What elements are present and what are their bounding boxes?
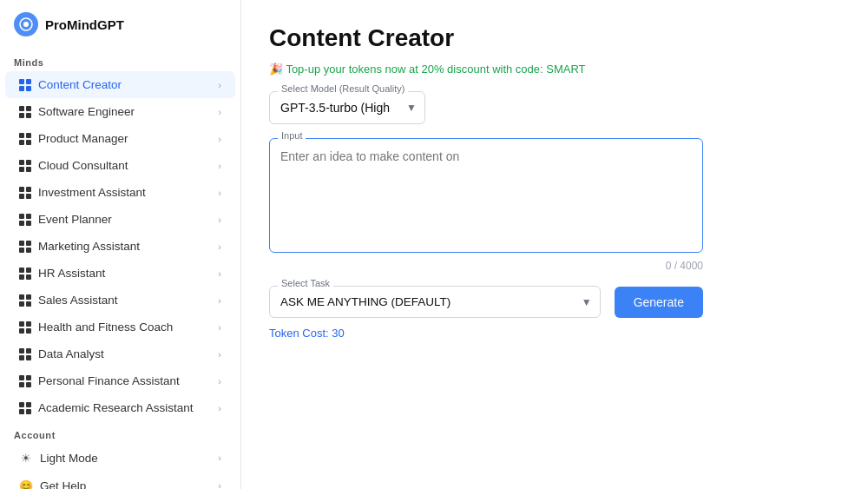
model-select-container: GPT-3.5-turbo (High but Fast)GPT-4 (High… — [269, 91, 425, 124]
chevron-icon-health-fitness-coach: › — [218, 322, 221, 333]
nav-item-left-content-creator: Content Creator — [19, 78, 122, 91]
token-cost: Token Cost: 30 — [269, 327, 840, 340]
chevron-icon-academic-research-assistant: › — [218, 403, 221, 413]
grid-icon-event-planner — [19, 214, 31, 226]
sidebar-item-sales-assistant[interactable]: Sales Assistant› — [5, 287, 235, 314]
nav-item-left-software-engineer: Software Engineer — [19, 105, 135, 118]
grid-icon-content-creator — [19, 79, 31, 91]
sidebar-item-product-manager[interactable]: Product Manager› — [5, 125, 235, 152]
chevron-icon-sales-assistant: › — [218, 295, 221, 306]
logo-icon — [14, 12, 38, 36]
chevron-icon-investment-assistant: › — [218, 188, 221, 198]
sidebar-item-label-data-analyst: Data Analyst — [38, 347, 104, 360]
chevron-icon-account-light-mode: › — [218, 453, 221, 463]
sidebar: ProMindGPT Minds Content Creator›Softwar… — [0, 0, 241, 489]
sidebar-item-label-investment-assistant: Investment Assistant — [38, 186, 146, 199]
account-item-label-light-mode: Light Mode — [40, 452, 98, 465]
chevron-icon-software-engineer: › — [218, 107, 221, 117]
chevron-icon-hr-assistant: › — [218, 268, 221, 279]
grid-icon-sales-assistant — [19, 294, 31, 307]
sidebar-item-marketing-assistant[interactable]: Marketing Assistant› — [5, 233, 235, 260]
sidebar-item-label-software-engineer: Software Engineer — [38, 105, 135, 118]
sidebar-item-label-sales-assistant: Sales Assistant — [38, 294, 118, 307]
grid-icon-hr-assistant — [19, 268, 31, 280]
model-select-wrapper: Select Model (Result Quality) GPT-3.5-tu… — [269, 91, 425, 124]
sidebar-item-health-fitness-coach[interactable]: Health and Fitness Coach› — [5, 314, 235, 340]
logo-text: ProMindGPT — [45, 17, 124, 32]
sidebar-item-label-cloud-consultant: Cloud Consultant — [38, 159, 128, 172]
sidebar-item-label-content-creator: Content Creator — [38, 78, 122, 91]
chevron-icon-cloud-consultant: › — [218, 161, 221, 171]
chevron-icon-account-get-help: › — [218, 480, 221, 489]
account-item-light-mode[interactable]: ☀Light Mode› — [5, 444, 235, 472]
input-group: Input 0 / 4000 — [269, 138, 840, 272]
sidebar-item-label-event-planner: Event Planner — [38, 213, 112, 226]
chevron-icon-product-manager: › — [218, 134, 221, 144]
account-item-label-get-help: Get Help — [40, 479, 86, 490]
nav-item-left-marketing-assistant: Marketing Assistant — [19, 240, 140, 253]
model-select-group: Select Model (Result Quality) GPT-3.5-tu… — [269, 91, 840, 124]
promo-text: Top-up your tokens now at 20% discount w… — [286, 63, 585, 76]
chevron-icon-event-planner: › — [218, 215, 221, 225]
minds-section-label: Minds — [0, 49, 240, 71]
grid-icon-cloud-consultant — [19, 160, 31, 172]
nav-item-left-health-fitness-coach: Health and Fitness Coach — [19, 320, 173, 334]
page-title: Content Creator — [269, 24, 840, 52]
content-input[interactable] — [269, 138, 703, 253]
grid-icon-health-fitness-coach — [19, 321, 31, 334]
sidebar-item-label-product-manager: Product Manager — [38, 132, 128, 145]
account-section: Account ☀Light Mode›😊Get Help›👤Signup / … — [0, 421, 240, 489]
sidebar-item-data-analyst[interactable]: Data Analyst› — [5, 340, 235, 367]
main-content: Content Creator 🎉 Top-up your tokens now… — [241, 0, 868, 489]
grid-icon-academic-research-assistant — [19, 402, 31, 414]
nav-item-left-data-analyst: Data Analyst — [19, 347, 104, 360]
account-section-label: Account — [0, 421, 240, 444]
task-select-wrapper: Select Task ASK ME ANYTHING (DEFAULT)Blo… — [269, 286, 601, 318]
promo-emoji: 🎉 — [269, 63, 283, 76]
sidebar-item-hr-assistant[interactable]: HR Assistant› — [5, 260, 235, 287]
sidebar-item-cloud-consultant[interactable]: Cloud Consultant› — [5, 152, 235, 179]
chevron-icon-data-analyst: › — [218, 349, 221, 360]
grid-icon-investment-assistant — [19, 187, 31, 199]
model-label: Select Model (Result Quality) — [278, 83, 408, 94]
sidebar-item-label-marketing-assistant: Marketing Assistant — [38, 240, 140, 253]
sidebar-item-investment-assistant[interactable]: Investment Assistant› — [5, 179, 235, 206]
sidebar-item-academic-research-assistant[interactable]: Academic Research Assistant› — [5, 394, 235, 421]
grid-icon-data-analyst — [19, 348, 31, 360]
grid-icon-software-engineer — [19, 106, 31, 118]
sidebar-item-label-hr-assistant: HR Assistant — [38, 267, 105, 280]
grid-icon-personal-finance-assistant — [19, 375, 31, 387]
task-generate-row: Select Task ASK ME ANYTHING (DEFAULT)Blo… — [269, 286, 703, 318]
sidebar-item-software-engineer[interactable]: Software Engineer› — [5, 98, 235, 125]
nav-items: Content Creator›Software Engineer›Produc… — [0, 71, 240, 421]
input-label: Input — [278, 130, 306, 141]
sidebar-item-event-planner[interactable]: Event Planner› — [5, 206, 235, 233]
sidebar-item-label-academic-research-assistant: Academic Research Assistant — [38, 401, 194, 414]
grid-icon-marketing-assistant — [19, 241, 31, 253]
nav-item-left-event-planner: Event Planner — [19, 213, 112, 226]
nav-item-left-sales-assistant: Sales Assistant — [19, 294, 118, 307]
input-textarea-wrapper: Input — [269, 138, 840, 256]
nav-item-left-personal-finance-assistant: Personal Finance Assistant — [19, 374, 180, 387]
svg-point-1 — [23, 22, 29, 27]
account-items: ☀Light Mode›😊Get Help›👤Signup / Login› — [0, 444, 240, 489]
logo-area: ProMindGPT — [0, 0, 240, 49]
sidebar-item-content-creator[interactable]: Content Creator› — [5, 71, 235, 98]
model-select[interactable]: GPT-3.5-turbo (High but Fast)GPT-4 (High… — [269, 91, 425, 124]
task-select[interactable]: ASK ME ANYTHING (DEFAULT)Blog PostSocial… — [269, 286, 601, 318]
sidebar-item-personal-finance-assistant[interactable]: Personal Finance Assistant› — [5, 367, 235, 394]
chevron-icon-marketing-assistant: › — [218, 241, 221, 252]
nav-item-left-product-manager: Product Manager — [19, 132, 128, 145]
sidebar-item-label-health-fitness-coach: Health and Fitness Coach — [38, 320, 173, 334]
generate-button[interactable]: Generate — [615, 287, 703, 318]
char-count: 0 / 4000 — [269, 260, 703, 272]
chevron-icon-content-creator: › — [218, 80, 221, 90]
account-item-get-help[interactable]: 😊Get Help› — [5, 472, 235, 489]
chevron-icon-personal-finance-assistant: › — [218, 376, 221, 387]
grid-icon-product-manager — [19, 133, 31, 145]
task-label: Select Task — [278, 278, 333, 288]
light-mode-icon: ☀ — [19, 451, 33, 465]
get-help-icon: 😊 — [19, 479, 33, 489]
nav-item-left-cloud-consultant: Cloud Consultant — [19, 159, 128, 172]
promo-banner: 🎉 Top-up your tokens now at 20% discount… — [269, 63, 840, 76]
